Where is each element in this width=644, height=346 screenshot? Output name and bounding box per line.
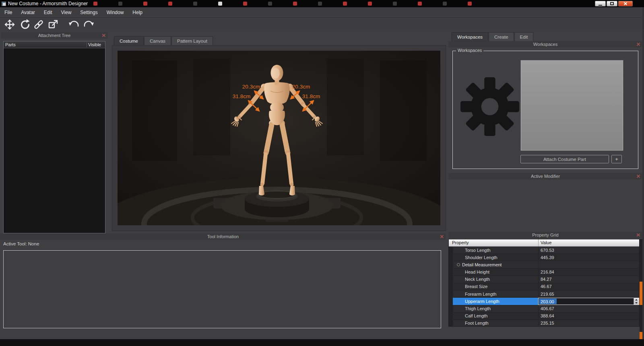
- table-row[interactable]: Calf Length388.64: [449, 313, 639, 320]
- tool-information-header: Tool Information: [0, 233, 446, 240]
- property-grid-scrollbar[interactable]: [640, 239, 642, 339]
- attach-costume-part-button[interactable]: Attach Costume Part: [520, 155, 609, 163]
- window-right-edge: [642, 7, 644, 339]
- property-grid-header: Property Grid: [448, 232, 642, 238]
- parts-tree[interactable]: Parts Visible: [3, 41, 105, 233]
- mannequin-scene: 20.3cm 20.3cm 31.8cm 31.8cm: [118, 51, 440, 225]
- value-spinner: [634, 298, 639, 304]
- viewport-3d-canvas[interactable]: 20.3cm 20.3cm 31.8cm 31.8cm: [118, 51, 440, 225]
- redo-icon: [83, 19, 94, 30]
- close-panel-icon[interactable]: [636, 42, 640, 46]
- spinner-up-icon[interactable]: [635, 299, 638, 301]
- measurement-label: 20.3cm: [242, 84, 260, 90]
- close-panel-icon[interactable]: [440, 235, 444, 239]
- workspaces-title: Workspaces: [533, 42, 557, 47]
- app-icon: [2, 2, 6, 6]
- background-tab-favicon-icon: [243, 2, 247, 6]
- background-tab-favicons: [93, 2, 520, 6]
- value-edit-text[interactable]: 203.00: [539, 299, 557, 304]
- link-icon: [33, 19, 44, 30]
- undo-icon: [68, 19, 80, 30]
- active-modifier-header: Active Modifier: [448, 173, 642, 179]
- background-tab-favicon-icon: [93, 2, 97, 6]
- table-row[interactable]: Shoulder Length445.39: [449, 254, 639, 261]
- property-grid-column-headers: Property Value: [449, 239, 639, 247]
- menu-window[interactable]: Window: [102, 7, 128, 17]
- tab-pattern-layout[interactable]: Pattern Layout: [171, 36, 213, 45]
- move-icon: [4, 19, 15, 30]
- parts-column-header: Parts: [4, 42, 87, 47]
- tab-costume[interactable]: Costume: [114, 36, 144, 45]
- menu-avatar[interactable]: Avatar: [17, 7, 39, 17]
- background-tab-favicon-icon: [318, 2, 322, 6]
- menu-edit[interactable]: Edit: [39, 7, 57, 17]
- background-tab-favicon-icon: [368, 2, 372, 6]
- background-tab-favicon-icon: [168, 2, 172, 6]
- measurement-label: 20.3cm: [292, 84, 310, 90]
- window-bottom-strip: [0, 339, 644, 346]
- maximize-button[interactable]: [607, 1, 617, 6]
- property-grid: Property Value Torso Length670.53 Should…: [448, 239, 640, 327]
- property-column-header[interactable]: Property: [449, 239, 538, 246]
- workspace-gear: [458, 74, 521, 139]
- close-panel-icon[interactable]: [636, 174, 640, 178]
- menu-settings[interactable]: Settings: [76, 7, 102, 17]
- close-icon: [623, 2, 627, 6]
- table-row-selected[interactable]: Upperarm Length 203.00: [449, 298, 639, 305]
- menu-bar: File Avatar Edit View Settings Window He…: [0, 7, 644, 18]
- maximize-icon: [610, 2, 614, 5]
- redo-button[interactable]: [82, 19, 95, 31]
- measurement-label: 31.8cm: [233, 93, 250, 99]
- table-row[interactable]: Head Height216.84: [449, 269, 639, 276]
- table-row[interactable]: Forearm Length219.65: [449, 290, 639, 298]
- close-button[interactable]: [618, 1, 633, 6]
- scrollbar-thumb[interactable]: [640, 332, 642, 339]
- table-row[interactable]: Neck Length84.27: [449, 276, 639, 283]
- tab-canvas[interactable]: Canvas: [144, 36, 171, 45]
- tab-workspaces[interactable]: Workspaces: [452, 32, 488, 41]
- add-workspace-button[interactable]: +: [611, 155, 622, 163]
- tab-create[interactable]: Create: [489, 32, 514, 41]
- tab-edit[interactable]: Edit: [514, 32, 534, 41]
- table-row[interactable]: Foot Length235.15: [449, 320, 639, 327]
- workspaces-group-box: Workspaces Attach Costume Part +: [452, 51, 638, 169]
- measurement-label: 31.8cm: [302, 93, 320, 99]
- value-edit-field[interactable]: 203.00: [538, 298, 639, 305]
- close-panel-icon[interactable]: [636, 233, 640, 237]
- background-tab-favicon-icon: [443, 2, 447, 6]
- viewport-tabs: Costume Canvas Pattern Layout: [114, 36, 213, 45]
- attachment-tree-title: Attachment Tree: [38, 33, 71, 38]
- menu-file[interactable]: File: [0, 7, 17, 17]
- export-tool-button[interactable]: [47, 19, 60, 31]
- right-panel-tabs: Workspaces Create Edit: [452, 32, 534, 41]
- menu-help[interactable]: Help: [128, 7, 147, 17]
- table-row[interactable]: Thigh Length406.67: [449, 305, 639, 313]
- background-tab-favicon-icon: [293, 2, 297, 6]
- attachment-tree-header: Attachment Tree: [1, 32, 108, 39]
- table-group-row[interactable]: Detail Measurement: [449, 261, 639, 268]
- value-column-header[interactable]: Value: [538, 239, 639, 246]
- active-tool-label: Active Tool: None: [3, 241, 39, 246]
- background-tab-favicon-icon: [118, 2, 122, 6]
- background-tab-favicon-icon: [393, 2, 397, 6]
- collapse-toggle-icon[interactable]: [457, 263, 460, 266]
- link-tool-button[interactable]: [32, 19, 45, 31]
- active-modifier-title: Active Modifier: [531, 174, 560, 179]
- undo-button[interactable]: [68, 19, 80, 31]
- scrollbar-thumb[interactable]: [640, 282, 642, 305]
- rotate-tool-button[interactable]: [18, 19, 31, 31]
- window-title: New Costume - Armorsmith Designer: [8, 1, 88, 6]
- spinner-down-icon[interactable]: [635, 302, 638, 304]
- export-icon: [47, 19, 59, 30]
- table-row[interactable]: Torso Length670.53: [449, 247, 639, 254]
- background-tab-favicon-icon: [418, 2, 422, 6]
- table-row[interactable]: Breast Size46.67: [449, 283, 639, 290]
- move-tool-button[interactable]: [3, 19, 16, 31]
- menu-view[interactable]: View: [57, 7, 76, 17]
- minimize-button[interactable]: [595, 1, 606, 6]
- app-window: New Costume - Armorsmith Designer File A…: [0, 0, 644, 346]
- workspace-preview[interactable]: [520, 60, 623, 151]
- close-panel-icon[interactable]: [102, 33, 106, 37]
- property-grid-title: Property Grid: [532, 233, 558, 237]
- background-tab-favicon-icon: [343, 2, 347, 6]
